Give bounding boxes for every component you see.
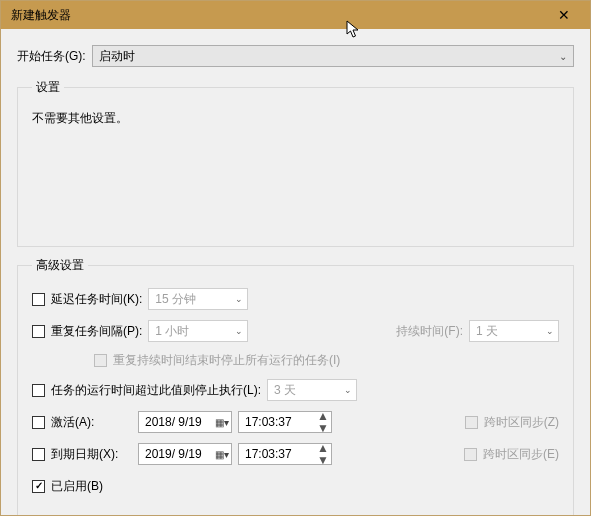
calendar-icon: ▦▾ — [215, 449, 229, 460]
advanced-legend: 高级设置 — [32, 257, 88, 274]
persist-value: 1 天 — [476, 323, 498, 340]
activate-time-picker[interactable]: 17:03:37 ▲▼ — [238, 411, 332, 433]
repeat-combo[interactable]: 1 小时 ⌄ — [148, 320, 248, 342]
close-button[interactable]: ✕ — [544, 7, 584, 23]
settings-text: 不需要其他设置。 — [32, 110, 559, 127]
chevron-down-icon: ⌄ — [559, 51, 567, 62]
expire-date-value: 2019/ 9/19 — [145, 447, 211, 461]
stop-after-label: 任务的运行时间超过此值则停止执行(L): — [51, 382, 261, 399]
delay-value: 15 分钟 — [155, 291, 196, 308]
activate-label: 激活(A): — [51, 414, 94, 431]
enabled-label: 已启用(B) — [51, 478, 103, 495]
settings-group: 设置 不需要其他设置。 — [17, 79, 574, 247]
begin-task-value: 启动时 — [99, 48, 135, 65]
cross-tz-e-checkbox — [464, 448, 477, 461]
cross-tz-z-label: 跨时区同步(Z) — [484, 414, 559, 431]
activate-date-value: 2018/ 9/19 — [145, 415, 211, 429]
window-title: 新建触发器 — [11, 7, 544, 24]
enabled-checkbox[interactable] — [32, 480, 45, 493]
delay-row: 延迟任务时间(K): 15 分钟 ⌄ — [32, 288, 559, 310]
stop-repeated-checkbox — [94, 354, 107, 367]
begin-row: 开始任务(G): 启动时 ⌄ — [17, 45, 574, 67]
delay-checkbox[interactable] — [32, 293, 45, 306]
cross-tz-e-group: 跨时区同步(E) — [464, 446, 559, 463]
enabled-row: 已启用(B) — [32, 475, 559, 497]
stop-repeated-label: 重复持续时间结束时停止所有运行的任务(I) — [113, 352, 340, 369]
activate-checkbox[interactable] — [32, 416, 45, 429]
settings-legend: 设置 — [32, 79, 64, 96]
stop-after-value: 3 天 — [274, 382, 296, 399]
repeat-value: 1 小时 — [155, 323, 189, 340]
repeat-checkbox[interactable] — [32, 325, 45, 338]
begin-label: 开始任务(G): — [17, 48, 86, 65]
activate-time-value: 17:03:37 — [245, 415, 313, 429]
chevron-down-icon: ⌄ — [344, 385, 352, 395]
cross-tz-z-checkbox — [465, 416, 478, 429]
repeat-row: 重复任务间隔(P): 1 小时 ⌄ 持续时间(F): 1 天 ⌄ — [32, 320, 559, 342]
expire-time-picker[interactable]: 17:03:37 ▲▼ — [238, 443, 332, 465]
cross-tz-z-group: 跨时区同步(Z) — [465, 414, 559, 431]
cross-tz-e-label: 跨时区同步(E) — [483, 446, 559, 463]
chevron-down-icon: ⌄ — [546, 326, 554, 336]
activate-row: 激活(A): 2018/ 9/19 ▦▾ 17:03:37 ▲▼ 跨时区同步(Z… — [32, 411, 559, 433]
expire-row: 到期日期(X): 2019/ 9/19 ▦▾ 17:03:37 ▲▼ 跨时区同步… — [32, 443, 559, 465]
expire-date-picker[interactable]: 2019/ 9/19 ▦▾ — [138, 443, 232, 465]
activate-date-picker[interactable]: 2018/ 9/19 ▦▾ — [138, 411, 232, 433]
chevron-down-icon: ⌄ — [235, 326, 243, 336]
expire-time-value: 17:03:37 — [245, 447, 313, 461]
advanced-group: 高级设置 延迟任务时间(K): 15 分钟 ⌄ 重复任务间隔(P): 1 小时 … — [17, 257, 574, 516]
spinner-arrows-icon: ▲▼ — [317, 442, 329, 466]
stop-repeated-row: 重复持续时间结束时停止所有运行的任务(I) — [94, 352, 559, 369]
begin-task-select[interactable]: 启动时 ⌄ — [92, 45, 574, 67]
calendar-icon: ▦▾ — [215, 417, 229, 428]
title-bar: 新建触发器 ✕ — [1, 1, 590, 29]
persist-label: 持续时间(F): — [396, 323, 463, 340]
delay-label: 延迟任务时间(K): — [51, 291, 142, 308]
spinner-arrows-icon: ▲▼ — [317, 410, 329, 434]
delay-combo[interactable]: 15 分钟 ⌄ — [148, 288, 248, 310]
stop-after-checkbox[interactable] — [32, 384, 45, 397]
expire-checkbox[interactable] — [32, 448, 45, 461]
stop-after-row: 任务的运行时间超过此值则停止执行(L): 3 天 ⌄ — [32, 379, 559, 401]
expire-label: 到期日期(X): — [51, 446, 118, 463]
stop-after-combo[interactable]: 3 天 ⌄ — [267, 379, 357, 401]
persist-group: 持续时间(F): 1 天 ⌄ — [396, 320, 559, 342]
repeat-label: 重复任务间隔(P): — [51, 323, 142, 340]
persist-combo: 1 天 ⌄ — [469, 320, 559, 342]
chevron-down-icon: ⌄ — [235, 294, 243, 304]
dialog-content: 开始任务(G): 启动时 ⌄ 设置 不需要其他设置。 高级设置 延迟任务时间(K… — [1, 29, 590, 516]
